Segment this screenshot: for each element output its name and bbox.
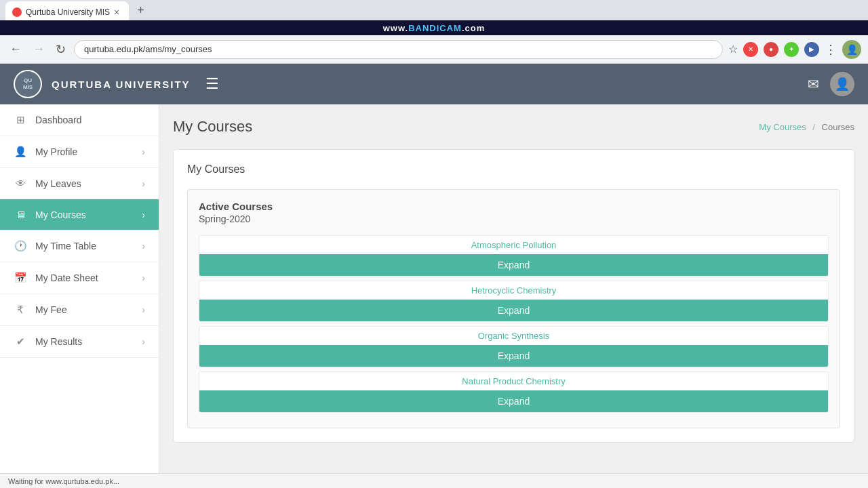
sidebar-label-my-date-sheet: My Date Sheet (35, 272, 134, 283)
datesheet-icon: 📅 (14, 272, 27, 284)
forward-button[interactable]: → (30, 39, 47, 59)
breadcrumb-current: Courses (822, 122, 854, 132)
sidebar-item-my-date-sheet[interactable]: 📅 My Date Sheet › (0, 262, 159, 294)
sidebar-label-my-courses: My Courses (35, 209, 134, 220)
new-tab-btn[interactable]: + (132, 2, 150, 19)
course-row-4: Natural Product Chemistry Expand (199, 371, 829, 413)
refresh-button[interactable]: ↻ (53, 39, 68, 60)
sidebar-item-my-fee[interactable]: ₹ My Fee › (0, 294, 159, 326)
tab-favicon (12, 7, 22, 17)
chrome-user-avatar[interactable]: 👤 (842, 40, 861, 59)
breadcrumb-link[interactable]: My Courses (759, 122, 806, 132)
extension-icon-4[interactable]: ▶ (804, 42, 819, 57)
course-name-4: Natural Product Chemistry (199, 372, 828, 390)
course-name-2: Hetrocyclic Chemistry (199, 281, 828, 300)
app-body: ⊞ Dashboard 👤 My Profile › 👁 My Leaves ›… (0, 104, 868, 473)
dashboard-icon: ⊞ (14, 114, 27, 126)
datesheet-chevron-icon: › (142, 272, 145, 283)
timetable-chevron-icon: › (142, 241, 145, 251)
sidebar-label-my-profile: My Profile (35, 146, 134, 157)
main-content: My Courses My Courses / Courses My Cours… (159, 104, 868, 473)
courses-chevron-icon: › (142, 209, 145, 220)
semester-label: Spring-2020 (199, 214, 829, 224)
chrome-menu-icon[interactable]: ⋮ (825, 42, 837, 57)
user-avatar[interactable]: 👤 (830, 72, 854, 96)
browser-tab-active[interactable]: Qurtuba University MIS × (5, 1, 129, 20)
expand-button-1[interactable]: Expand (199, 254, 828, 276)
address-input[interactable] (74, 40, 723, 59)
course-row-2: Hetrocyclic Chemistry Expand (199, 281, 829, 322)
timetable-icon: 🕐 (14, 240, 27, 252)
course-row-3: Organic Synthesis Expand (199, 326, 829, 367)
page-header: My Courses My Courses / Courses (173, 118, 854, 136)
back-button[interactable]: ← (7, 39, 24, 59)
hamburger-button[interactable]: ☰ (205, 75, 219, 93)
sidebar-label-my-fee: My Fee (35, 304, 134, 315)
sidebar-label-dashboard: Dashboard (35, 115, 145, 125)
mail-icon[interactable]: ✉ (808, 76, 819, 92)
courses-card: My Courses Active Courses Spring-2020 At… (173, 149, 854, 443)
courses-icon: 🖥 (14, 209, 27, 220)
address-bar-row: ← → ↻ ☆ ✕ ● ✦ ▶ ⋮ 👤 (0, 35, 868, 64)
expand-button-4[interactable]: Expand (199, 390, 828, 412)
page-title: My Courses (173, 118, 252, 136)
fee-chevron-icon: › (142, 304, 145, 315)
course-name-3: Organic Synthesis (199, 327, 828, 345)
active-courses-box: Active Courses Spring-2020 Atmospheric P… (187, 189, 840, 428)
extension-icon-1[interactable]: ✕ (743, 42, 758, 57)
logo: QUMIS (14, 70, 42, 98)
breadcrumb-separator: / (812, 122, 815, 132)
university-name: QURTUBA UNIVERSITY (52, 79, 191, 90)
sidebar-item-my-profile[interactable]: 👤 My Profile › (0, 136, 159, 168)
status-text: Waiting for www.qurtuba.edu.pk... (8, 477, 119, 485)
header-left: QUMIS QURTUBA UNIVERSITY ☰ (14, 70, 219, 98)
sidebar-item-my-courses[interactable]: 🖥 My Courses › (0, 199, 159, 230)
sidebar-label-my-leaves: My Leaves (35, 178, 134, 189)
sidebar-item-my-leaves[interactable]: 👁 My Leaves › (0, 168, 159, 199)
sidebar: ⊞ Dashboard 👤 My Profile › 👁 My Leaves ›… (0, 104, 159, 473)
star-icon[interactable]: ☆ (728, 43, 738, 56)
leaves-chevron-icon: › (142, 178, 145, 189)
sidebar-item-my-time-table[interactable]: 🕐 My Time Table › (0, 230, 159, 262)
app-header: QUMIS QURTUBA UNIVERSITY ☰ ✉ 👤 (0, 64, 868, 104)
sidebar-label-my-time-table: My Time Table (35, 241, 134, 251)
status-bar: Waiting for www.qurtuba.edu.pk... (0, 473, 868, 488)
tab-close-icon[interactable]: × (114, 7, 119, 18)
results-icon: ✔ (14, 336, 27, 348)
extension-icon-2[interactable]: ● (764, 42, 778, 57)
profile-icon: 👤 (14, 146, 27, 158)
leaves-icon: 👁 (14, 178, 27, 189)
tab-title: Qurtuba University MIS (26, 7, 110, 17)
profile-chevron-icon: › (142, 146, 145, 157)
sidebar-item-my-results[interactable]: ✔ My Results › (0, 326, 159, 358)
sidebar-item-dashboard[interactable]: ⊞ Dashboard (0, 104, 159, 136)
header-right: ✉ 👤 (808, 72, 854, 96)
sidebar-label-my-results: My Results (35, 336, 134, 347)
course-name-1: Atmospheric Pollution (199, 236, 828, 254)
results-chevron-icon: › (142, 336, 145, 347)
expand-button-3[interactable]: Expand (199, 345, 828, 367)
app-wrapper: QUMIS QURTUBA UNIVERSITY ☰ ✉ 👤 ⊞ Dashboa… (0, 64, 868, 488)
expand-button-2[interactable]: Expand (199, 300, 828, 321)
extension-icon-3[interactable]: ✦ (784, 42, 799, 57)
bandicam-bar: www.BANDICAM.com (0, 20, 868, 35)
breadcrumb: My Courses / Courses (759, 122, 854, 132)
card-title: My Courses (187, 163, 840, 176)
fee-icon: ₹ (14, 304, 27, 316)
course-row-1: Atmospheric Pollution Expand (199, 235, 829, 277)
active-courses-title: Active Courses (199, 201, 829, 212)
browser-chrome: Qurtuba University MIS × + (0, 0, 868, 20)
